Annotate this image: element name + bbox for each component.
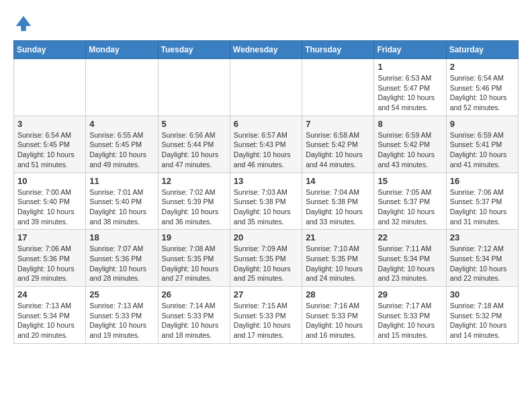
day-info: Sunrise: 7:05 AMSunset: 5:37 PMDaylight:…: [378, 187, 442, 227]
day-number: 6: [234, 119, 298, 129]
day-info: Sunrise: 7:02 AMSunset: 5:39 PMDaylight:…: [162, 187, 226, 227]
calendar-cell: 14Sunrise: 7:04 AMSunset: 5:38 PMDayligh…: [302, 173, 374, 230]
day-info: Sunrise: 7:10 AMSunset: 5:35 PMDaylight:…: [306, 244, 370, 283]
calendar-cell: [230, 59, 302, 116]
day-info: Sunrise: 7:08 AMSunset: 5:35 PMDaylight:…: [162, 244, 226, 283]
day-info: Sunrise: 7:04 AMSunset: 5:38 PMDaylight:…: [306, 187, 370, 227]
day-number: 28: [306, 289, 370, 300]
day-header-thursday: Thursday: [302, 41, 374, 59]
day-number: 7: [306, 119, 370, 129]
calendar-cell: 8Sunrise: 6:59 AMSunset: 5:42 PMDaylight…: [374, 116, 446, 173]
calendar-cell: 17Sunrise: 7:06 AMSunset: 5:36 PMDayligh…: [14, 230, 86, 287]
day-number: 14: [306, 176, 370, 186]
day-number: 22: [378, 232, 442, 242]
day-number: 19: [162, 232, 226, 242]
day-info: Sunrise: 7:09 AMSunset: 5:35 PMDaylight:…: [234, 244, 298, 283]
day-number: 30: [450, 289, 515, 300]
calendar-cell: 30Sunrise: 7:18 AMSunset: 5:32 PMDayligh…: [446, 287, 518, 344]
day-number: 23: [450, 232, 515, 242]
calendar-cell: 27Sunrise: 7:15 AMSunset: 5:33 PMDayligh…: [230, 287, 302, 344]
week-row-1: 1Sunrise: 6:53 AMSunset: 5:47 PMDaylight…: [14, 59, 519, 116]
day-number: 11: [89, 176, 154, 186]
day-number: 21: [306, 232, 370, 242]
week-row-2: 3Sunrise: 6:54 AMSunset: 5:45 PMDaylight…: [14, 116, 519, 173]
day-info: Sunrise: 7:12 AMSunset: 5:34 PMDaylight:…: [450, 244, 515, 283]
day-info: Sunrise: 7:11 AMSunset: 5:34 PMDaylight:…: [378, 244, 442, 283]
day-number: 27: [234, 289, 298, 300]
day-info: Sunrise: 7:14 AMSunset: 5:33 PMDaylight:…: [162, 301, 226, 340]
day-header-saturday: Saturday: [446, 41, 518, 59]
day-info: Sunrise: 7:13 AMSunset: 5:33 PMDaylight:…: [89, 301, 154, 340]
day-info: Sunrise: 7:15 AMSunset: 5:33 PMDaylight:…: [234, 301, 298, 340]
logo: [13, 13, 36, 34]
page-header: [13, 13, 519, 34]
day-info: Sunrise: 6:55 AMSunset: 5:45 PMDaylight:…: [89, 130, 154, 170]
day-number: 10: [17, 176, 82, 186]
day-info: Sunrise: 6:57 AMSunset: 5:43 PMDaylight:…: [234, 130, 298, 170]
day-number: 25: [89, 289, 154, 300]
calendar-cell: [302, 59, 374, 116]
calendar-cell: 11Sunrise: 7:01 AMSunset: 5:40 PMDayligh…: [86, 173, 158, 230]
calendar-cell: 22Sunrise: 7:11 AMSunset: 5:34 PMDayligh…: [374, 230, 446, 287]
day-number: 18: [89, 232, 154, 242]
day-header-wednesday: Wednesday: [230, 41, 302, 59]
day-info: Sunrise: 6:54 AMSunset: 5:45 PMDaylight:…: [17, 130, 82, 170]
week-row-5: 24Sunrise: 7:13 AMSunset: 5:34 PMDayligh…: [14, 287, 519, 344]
day-info: Sunrise: 7:01 AMSunset: 5:40 PMDaylight:…: [89, 187, 154, 227]
day-number: 3: [17, 119, 82, 129]
calendar-cell: 21Sunrise: 7:10 AMSunset: 5:35 PMDayligh…: [302, 230, 374, 287]
day-info: Sunrise: 7:17 AMSunset: 5:33 PMDaylight:…: [378, 301, 442, 340]
calendar-table: SundayMondayTuesdayWednesdayThursdayFrid…: [13, 40, 519, 344]
day-info: Sunrise: 7:13 AMSunset: 5:34 PMDaylight:…: [17, 301, 82, 340]
day-number: 17: [17, 232, 82, 242]
day-header-friday: Friday: [374, 41, 446, 59]
day-info: Sunrise: 6:59 AMSunset: 5:42 PMDaylight:…: [378, 130, 442, 170]
day-number: 29: [378, 289, 442, 300]
calendar-cell: 16Sunrise: 7:06 AMSunset: 5:37 PMDayligh…: [446, 173, 518, 230]
calendar-cell: 15Sunrise: 7:05 AMSunset: 5:37 PMDayligh…: [374, 173, 446, 230]
day-number: 4: [89, 119, 154, 129]
day-info: Sunrise: 7:06 AMSunset: 5:37 PMDaylight:…: [450, 187, 515, 227]
calendar-cell: 12Sunrise: 7:02 AMSunset: 5:39 PMDayligh…: [158, 173, 230, 230]
calendar-cell: 24Sunrise: 7:13 AMSunset: 5:34 PMDayligh…: [14, 287, 86, 344]
day-info: Sunrise: 6:59 AMSunset: 5:41 PMDaylight:…: [450, 130, 515, 170]
header-row: SundayMondayTuesdayWednesdayThursdayFrid…: [14, 41, 519, 59]
day-info: Sunrise: 7:18 AMSunset: 5:32 PMDaylight:…: [450, 301, 515, 340]
day-number: 20: [234, 232, 298, 242]
day-number: 24: [17, 289, 82, 300]
calendar-cell: 2Sunrise: 6:54 AMSunset: 5:46 PMDaylight…: [446, 59, 518, 116]
calendar-cell: 19Sunrise: 7:08 AMSunset: 5:35 PMDayligh…: [158, 230, 230, 287]
calendar-cell: [158, 59, 230, 116]
week-row-4: 17Sunrise: 7:06 AMSunset: 5:36 PMDayligh…: [14, 230, 519, 287]
calendar-cell: 4Sunrise: 6:55 AMSunset: 5:45 PMDaylight…: [86, 116, 158, 173]
day-number: 26: [162, 289, 226, 300]
calendar-cell: 3Sunrise: 6:54 AMSunset: 5:45 PMDaylight…: [14, 116, 86, 173]
calendar-cell: 29Sunrise: 7:17 AMSunset: 5:33 PMDayligh…: [374, 287, 446, 344]
day-number: 1: [378, 62, 442, 72]
day-header-tuesday: Tuesday: [158, 41, 230, 59]
day-info: Sunrise: 7:07 AMSunset: 5:36 PMDaylight:…: [89, 244, 154, 283]
calendar-cell: 23Sunrise: 7:12 AMSunset: 5:34 PMDayligh…: [446, 230, 518, 287]
calendar-cell: 1Sunrise: 6:53 AMSunset: 5:47 PMDaylight…: [374, 59, 446, 116]
calendar-cell: 6Sunrise: 6:57 AMSunset: 5:43 PMDaylight…: [230, 116, 302, 173]
day-number: 8: [378, 119, 442, 129]
calendar-cell: 28Sunrise: 7:16 AMSunset: 5:33 PMDayligh…: [302, 287, 374, 344]
day-number: 15: [378, 176, 442, 186]
calendar-cell: 18Sunrise: 7:07 AMSunset: 5:36 PMDayligh…: [86, 230, 158, 287]
calendar-cell: 26Sunrise: 7:14 AMSunset: 5:33 PMDayligh…: [158, 287, 230, 344]
calendar-cell: 13Sunrise: 7:03 AMSunset: 5:38 PMDayligh…: [230, 173, 302, 230]
day-number: 13: [234, 176, 298, 186]
day-info: Sunrise: 6:53 AMSunset: 5:47 PMDaylight:…: [378, 73, 442, 113]
day-number: 5: [162, 119, 226, 129]
day-number: 16: [450, 176, 515, 186]
day-info: Sunrise: 7:16 AMSunset: 5:33 PMDaylight:…: [306, 301, 370, 340]
day-info: Sunrise: 6:56 AMSunset: 5:44 PMDaylight:…: [162, 130, 226, 170]
svg-marker-0: [16, 16, 32, 32]
day-number: 9: [450, 119, 515, 129]
day-number: 2: [450, 62, 515, 72]
calendar-cell: 25Sunrise: 7:13 AMSunset: 5:33 PMDayligh…: [86, 287, 158, 344]
day-info: Sunrise: 7:00 AMSunset: 5:40 PMDaylight:…: [17, 187, 82, 227]
day-info: Sunrise: 6:58 AMSunset: 5:42 PMDaylight:…: [306, 130, 370, 170]
logo-icon: [13, 13, 34, 34]
calendar-cell: [14, 59, 86, 116]
